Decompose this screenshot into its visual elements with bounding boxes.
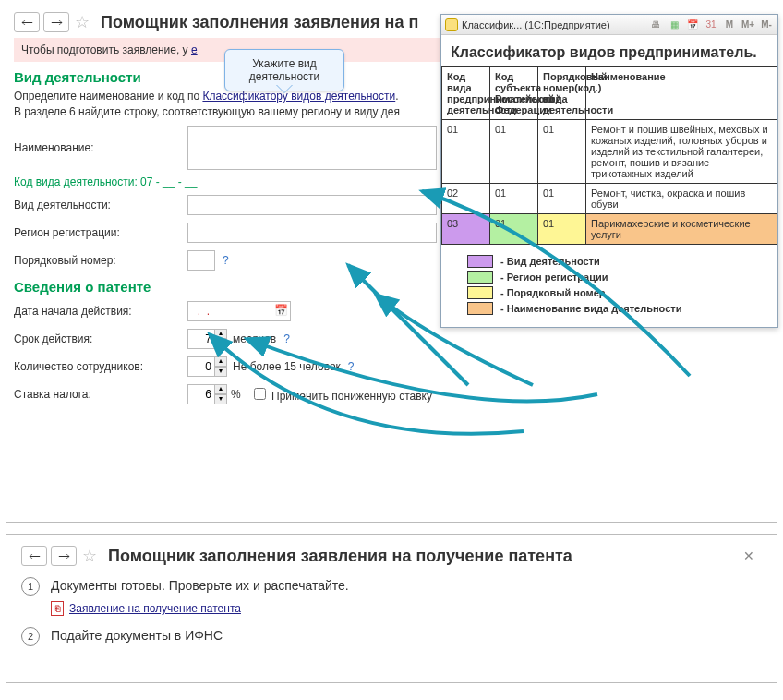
- app-1c-icon: [445, 18, 458, 31]
- help-icon[interactable]: ?: [223, 254, 229, 267]
- reduced-rate-checkbox[interactable]: [254, 388, 266, 400]
- rate-input[interactable]: [187, 384, 215, 404]
- warning-link[interactable]: е: [191, 43, 198, 56]
- employees-input[interactable]: [187, 356, 215, 377]
- nav-forward-button[interactable]: 🡒: [51, 546, 77, 566]
- nav-back-button[interactable]: 🡐: [21, 546, 47, 566]
- th-code-activity: Код вида предпринимательской деятельност…: [442, 67, 490, 120]
- classifier-table: Код вида предпринимательской деятельност…: [441, 66, 777, 245]
- label-employees: Количество сотрудников:: [14, 360, 187, 373]
- toolbar-cal-icon[interactable]: 📅: [685, 19, 700, 30]
- emp-spin-up[interactable]: ▴: [214, 356, 227, 367]
- toolbar-m[interactable]: M: [722, 19, 737, 30]
- th-name: Наименование: [586, 67, 777, 120]
- rate-spin-down[interactable]: ▾: [214, 394, 227, 404]
- close-icon[interactable]: ✕: [743, 549, 754, 563]
- classifier-window-title: Классифик... (1С:Предприятие): [462, 19, 610, 30]
- label-region: Регион регистрации:: [14, 226, 187, 239]
- page-title: Помощник заполнения заявления на п: [95, 13, 418, 32]
- nav-forward-button[interactable]: 🡒: [43, 12, 69, 32]
- term-input[interactable]: [187, 329, 215, 349]
- term-spin-down[interactable]: ▾: [214, 339, 227, 349]
- page-title: Помощник заполнения заявления на получен…: [102, 547, 572, 566]
- term-spin-up[interactable]: ▴: [214, 329, 227, 339]
- legend-swatch-activity: [467, 255, 493, 268]
- step-2-badge: 2: [21, 627, 40, 646]
- legend-swatch-name: [467, 302, 493, 315]
- classifier-heading: Классификатор видов предприниматель.: [441, 35, 777, 66]
- label-ordinal: Порядковый номер:: [14, 254, 187, 267]
- activity-type-input[interactable]: [187, 195, 437, 215]
- help-icon[interactable]: ?: [348, 360, 355, 373]
- emp-spin-down[interactable]: ▾: [214, 367, 227, 377]
- toolbar-31-icon[interactable]: 31: [704, 19, 718, 30]
- classifier-link[interactable]: Классификатору видов деятельности: [202, 90, 395, 103]
- toolbar-m-minus[interactable]: M-: [759, 19, 774, 30]
- help-icon[interactable]: ?: [283, 332, 290, 345]
- ordinal-input[interactable]: [187, 250, 215, 271]
- name-textarea[interactable]: [187, 126, 437, 170]
- toolbar-print-icon[interactable]: 🖶: [648, 19, 663, 30]
- favorite-star-icon[interactable]: ☆: [73, 13, 91, 31]
- term-suffix: месяцев: [233, 332, 276, 345]
- step-1-badge: 1: [21, 577, 40, 596]
- reduced-rate-label: Применить пониженную ставку: [271, 390, 432, 403]
- hint-callout: Укажите вид деятельности: [224, 49, 344, 91]
- label-name: Наименование:: [14, 141, 187, 154]
- label-rate: Ставка налога:: [14, 388, 187, 401]
- region-input[interactable]: [187, 223, 437, 243]
- toolbar-grid-icon[interactable]: ▦: [667, 19, 681, 30]
- employees-hint: Не более 15 человек: [233, 360, 341, 373]
- label-term: Срок действия:: [14, 332, 187, 345]
- calendar-icon[interactable]: 📅: [274, 304, 288, 317]
- th-code-ordinal: Порядковый номер(код.) вида деятельности: [538, 67, 586, 120]
- classifier-window: Классифик... (1С:Предприятие) 🖶 ▦ 📅 31 M…: [440, 14, 778, 328]
- label-start-date: Дата начала действия:: [14, 305, 187, 318]
- patent-application-link[interactable]: Заявление на получение патента: [69, 602, 241, 615]
- legend: - Вид деятельности - Регион регистрации …: [441, 245, 777, 327]
- step-1-text: Документы готовы. Проверьте их и распеча…: [51, 577, 349, 593]
- rate-pct: %: [231, 388, 241, 401]
- toolbar-m-plus[interactable]: M+: [741, 19, 755, 30]
- favorite-star-icon[interactable]: ☆: [80, 547, 99, 565]
- label-activity-type: Вид деятельности:: [14, 199, 187, 211]
- table-row[interactable]: 03 01 01 Парикмахерские и косметические …: [442, 214, 777, 245]
- legend-swatch-ordinal: [467, 286, 493, 299]
- legend-swatch-region: [467, 271, 493, 284]
- step-2-text: Подайте документы в ИФНС: [51, 627, 223, 643]
- th-code-subject: Код субъекта Российской Федерации: [490, 67, 538, 120]
- rate-spin-up[interactable]: ▴: [214, 384, 227, 394]
- table-row[interactable]: 01 01 01 Ремонт и пошив швейных, меховых…: [442, 120, 777, 184]
- nav-back-button[interactable]: 🡐: [14, 12, 40, 32]
- table-row[interactable]: 02 01 01 Ремонт, чистка, окраска и пошив…: [442, 184, 777, 214]
- pdf-icon: ⎘: [51, 601, 64, 616]
